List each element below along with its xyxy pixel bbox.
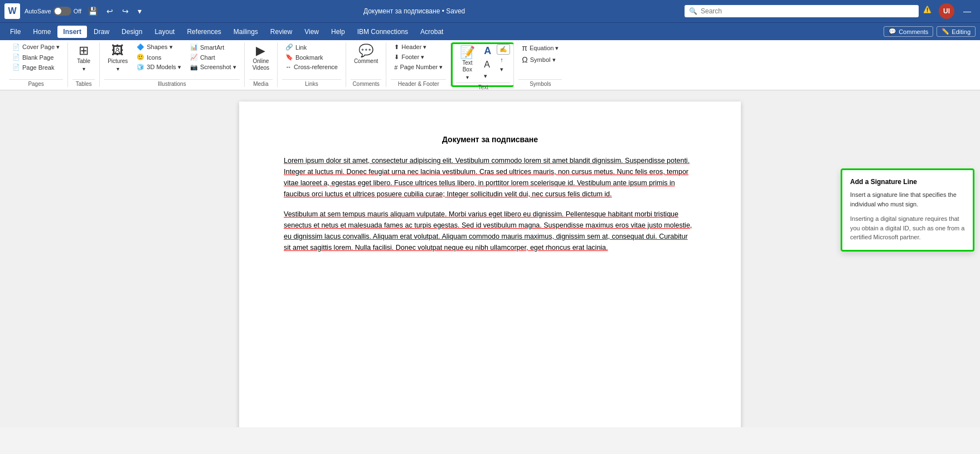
shapes-button[interactable]: 🔷Shapes ▾ xyxy=(133,42,185,52)
pages-items: 📄 Cover Page ▾ 📄 Blank Page 📄 Page Break xyxy=(9,42,63,79)
menu-ibm[interactable]: IBM Connections xyxy=(352,26,414,38)
cross-reference-icon: ↔ xyxy=(285,64,292,70)
link-button[interactable]: 🔗Link xyxy=(282,42,341,52)
menu-mailings[interactable]: Mailings xyxy=(228,26,264,38)
screenshot-label: Screenshot ▾ xyxy=(200,64,236,71)
menu-file[interactable]: File xyxy=(4,26,26,38)
header-footer-group-label: Header & Footer xyxy=(391,79,446,87)
menu-draw[interactable]: Draw xyxy=(88,26,115,38)
icons-icon: 🙂 xyxy=(137,54,144,61)
cross-reference-button[interactable]: ↔Cross-reference xyxy=(282,62,341,71)
text-col2: ✍ ↑ ▾ xyxy=(497,44,510,74)
pictures-button[interactable]: 🖼 Pictures ▾ xyxy=(104,42,131,74)
ribbon-group-media: ▶ Online Videos Media xyxy=(245,42,278,87)
save-button[interactable]: 💾 xyxy=(86,6,100,17)
bookmark-icon: 🔖 xyxy=(285,54,293,61)
tooltip-desc: Insert a signature line that specifies t… xyxy=(850,190,965,209)
equation-icon: π xyxy=(522,44,527,52)
autosave-label: AutoSave xyxy=(25,8,51,15)
text-col1: A A ▾ xyxy=(481,44,494,81)
editing-button[interactable]: ✏️ Editing xyxy=(937,26,976,37)
chart-button[interactable]: 📈Chart xyxy=(187,52,240,62)
comment-button[interactable]: 💬 Comment xyxy=(351,42,381,67)
bookmark-button[interactable]: 🔖Bookmark xyxy=(282,52,341,62)
signature-line-button[interactable]: ✍ xyxy=(497,44,510,55)
page-break-button[interactable]: 📄 Page Break xyxy=(9,62,63,72)
menu-acrobat[interactable]: Acrobat xyxy=(415,26,449,38)
signature-line-icon: ✍ xyxy=(499,46,507,53)
page-number-button[interactable]: #Page Number ▾ xyxy=(391,62,446,72)
3d-models-button[interactable]: 🧊3D Models ▾ xyxy=(133,62,185,72)
autosave-section: AutoSave Off xyxy=(25,7,81,16)
symbols-col: π Equation ▾ Ω Symbol ▾ xyxy=(518,42,562,65)
shapes-icon: 🔷 xyxy=(137,44,144,51)
text-items: 📝 Text Box ▾ A A ▾ ✍ ↑ xyxy=(456,44,510,83)
text-expand-button[interactable]: ▾ xyxy=(481,71,494,81)
3d-models-icon: 🧊 xyxy=(137,64,144,71)
ribbon-group-tables: ⊞ Table ▾ Tables xyxy=(68,42,100,87)
menu-bar: File Home Insert Draw Design Layout Refe… xyxy=(0,22,980,40)
icons-button[interactable]: 🙂Icons xyxy=(133,52,185,62)
blank-page-button[interactable]: 📄 Blank Page xyxy=(9,52,63,62)
autosave-state: Off xyxy=(74,8,81,15)
search-input[interactable] xyxy=(701,7,914,15)
symbol-button[interactable]: Ω Symbol ▾ xyxy=(518,54,562,65)
header-button[interactable]: ⬆Header ▾ xyxy=(391,42,446,52)
menu-help[interactable]: Help xyxy=(326,26,351,38)
document-paragraph-2[interactable]: Vestibulum at sem tempus mauris aliquam … xyxy=(284,209,696,253)
menu-design[interactable]: Design xyxy=(116,26,148,38)
links-col: 🔗Link 🔖Bookmark ↔Cross-reference xyxy=(282,42,341,71)
link-icon: 🔗 xyxy=(285,44,293,51)
text-box-button[interactable]: 📝 Text Box ▾ xyxy=(456,44,478,83)
cover-page-icon: 📄 xyxy=(12,44,20,51)
page-break-label: Page Break xyxy=(22,64,54,71)
editing-icon: ✏️ xyxy=(942,28,949,35)
undo-button[interactable]: ↩ xyxy=(104,6,115,17)
screenshot-button[interactable]: 📷Screenshot ▾ xyxy=(187,62,240,72)
comments-items: 💬 Comment xyxy=(351,42,381,79)
symbols-items: π Equation ▾ Ω Symbol ▾ xyxy=(518,42,562,79)
document-paragraph-1[interactable]: Lorem ipsum dolor sit amet, consectetur … xyxy=(284,155,696,200)
table-button[interactable]: ⊞ Table ▾ xyxy=(72,42,95,74)
dropcap-icon: A xyxy=(484,60,490,70)
equation-button[interactable]: π Equation ▾ xyxy=(518,42,562,54)
customize-toolbar-button[interactable]: ▾ xyxy=(135,6,144,17)
autosave-toggle[interactable] xyxy=(54,7,71,16)
cover-page-button[interactable]: 📄 Cover Page ▾ xyxy=(9,42,63,52)
chart-label: Chart xyxy=(200,54,215,61)
redo-button[interactable]: ↪ xyxy=(120,6,131,17)
online-videos-icon: ▶ xyxy=(256,45,265,57)
date-time-button[interactable]: ↑ xyxy=(497,55,510,64)
dropcap-button[interactable]: A xyxy=(481,59,494,71)
online-videos-button[interactable]: ▶ Online Videos xyxy=(249,42,273,74)
ribbon-group-comments: 💬 Comment Comments xyxy=(346,42,386,87)
wordart-button[interactable]: A xyxy=(481,44,494,58)
menu-layout[interactable]: Layout xyxy=(149,26,180,38)
menu-references[interactable]: References xyxy=(181,26,226,38)
search-bar[interactable]: 🔍 xyxy=(685,5,919,17)
avatar[interactable]: UI xyxy=(939,3,954,19)
editing-label: Editing xyxy=(952,28,971,35)
page-number-icon: # xyxy=(394,64,397,71)
comments-group-label: Comments xyxy=(351,79,381,87)
menu-review[interactable]: Review xyxy=(265,26,298,38)
ribbon-group-header-footer: ⬆Header ▾ ⬇Footer ▾ #Page Number ▾ Heade… xyxy=(386,42,451,87)
media-group-label: Media xyxy=(249,79,273,87)
ribbon-group-symbols: π Equation ▾ Ω Symbol ▾ Symbols xyxy=(514,42,566,87)
menu-insert[interactable]: Insert xyxy=(57,26,87,38)
ribbon: 📄 Cover Page ▾ 📄 Blank Page 📄 Page Break… xyxy=(0,40,980,90)
menu-view[interactable]: View xyxy=(299,26,324,38)
search-icon: 🔍 xyxy=(689,7,697,15)
smartart-button[interactable]: 📊SmartArt xyxy=(187,42,240,52)
links-group-label: Links xyxy=(282,79,341,87)
header-footer-col: ⬆Header ▾ ⬇Footer ▾ #Page Number ▾ xyxy=(391,42,446,72)
date-time-icon: ↑ xyxy=(500,56,503,63)
blank-page-icon: 📄 xyxy=(12,54,20,61)
menu-right-actions: 💬 Comments ✏️ Editing xyxy=(884,26,976,37)
menu-home[interactable]: Home xyxy=(27,26,56,38)
minimize-button[interactable]: — xyxy=(959,6,976,17)
comments-button[interactable]: 💬 Comments xyxy=(884,26,933,37)
text-expand2-button[interactable]: ▾ xyxy=(497,65,510,74)
footer-button[interactable]: ⬇Footer ▾ xyxy=(391,52,446,62)
illustrations-col1: 🔷Shapes ▾ 🙂Icons 🧊3D Models ▾ xyxy=(133,42,185,72)
